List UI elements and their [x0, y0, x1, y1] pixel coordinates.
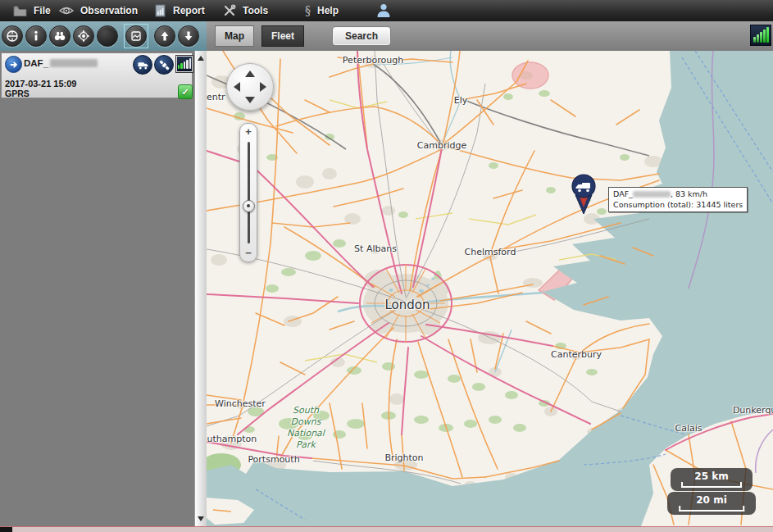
tab-fleet[interactable]: Fleet [261, 25, 304, 47]
zoom-out-button[interactable]: − [240, 248, 257, 259]
menu-file[interactable]: File [13, 0, 51, 21]
tab-fleet-label: Fleet [271, 30, 294, 42]
sidebar-scrollbar[interactable] [194, 51, 207, 526]
vehicle-timestamp: 2017-03-21 15:09 [5, 79, 76, 89]
eye-icon [59, 5, 74, 16]
vehicle-list-item[interactable]: DAF_ 2017-03-21 15:09 GPRS ✓ [1, 52, 193, 98]
connection-signal-icon [750, 25, 771, 46]
section-icon: § [305, 4, 311, 17]
tooltip-speed: , 83 km/h [671, 189, 707, 198]
toolbar-tabs: Map Fleet Search [207, 21, 773, 51]
tooltip-line-1: DAF_, 83 km/h [613, 189, 743, 200]
signal-bars-icon[interactable] [176, 56, 193, 72]
zoom-handle[interactable] [243, 200, 255, 212]
search-button-label: Search [345, 30, 378, 42]
pan-right-icon[interactable] [260, 82, 266, 92]
scale-km-bar [681, 482, 742, 488]
menubar: File Observation Report Tools § Help [0, 0, 773, 22]
tab-map-label: Map [225, 30, 244, 42]
scale-km-label: 25 km [671, 468, 753, 482]
satellite-icon[interactable] [154, 55, 174, 75]
selected-tool-box [124, 24, 148, 48]
report-icon [154, 4, 166, 17]
vehicle-name-prefix: DAF_ [24, 58, 48, 68]
scale-bar-mi: 20 mi [667, 492, 756, 515]
info-button[interactable] [25, 25, 47, 47]
truck-icon[interactable] [133, 55, 152, 75]
scale-mi-bar [679, 506, 744, 512]
pan-left-icon[interactable] [234, 82, 240, 92]
tooltip-line-2: Consumption (total): 31445 liters [613, 200, 743, 211]
menu-tools[interactable]: Tools [223, 0, 268, 21]
scroll-down-icon[interactable] [198, 516, 204, 521]
vehicle-name-redacted [50, 59, 98, 67]
menu-help-label: Help [317, 5, 339, 16]
scale-mi-label: 20 mi [667, 492, 756, 506]
arrow-down-button[interactable] [178, 25, 199, 47]
check-icon: ✓ [178, 84, 193, 99]
fleet-sidebar: DAF_ 2017-03-21 15:09 GPRS ✓ [0, 51, 207, 526]
toolbar-map-buttons [0, 21, 207, 51]
status-corner-block [0, 527, 12, 532]
menu-report-label: Report [173, 5, 205, 16]
arrow-up-button[interactable] [154, 25, 175, 47]
vehicle-tooltip: DAF_, 83 km/h Consumption (total): 31445… [608, 187, 748, 212]
locate-button[interactable] [73, 25, 94, 47]
binoculars-button[interactable] [49, 25, 70, 47]
menu-tools-label: Tools [243, 5, 268, 16]
zoom-in-button[interactable]: + [240, 126, 257, 138]
menu-report[interactable]: Report [154, 0, 205, 21]
vehicle-marker-pin[interactable] [569, 170, 598, 217]
map-sheet-button[interactable] [125, 25, 147, 47]
toolbar: Map Fleet Search [0, 21, 773, 52]
scroll-up-icon[interactable] [198, 56, 204, 61]
vehicle-network: GPRS [5, 89, 30, 98]
sphere-button[interactable] [97, 25, 118, 47]
tooltip-name-redacted [633, 191, 671, 198]
zoom-track[interactable] [248, 142, 250, 243]
menu-observation-label: Observation [80, 5, 138, 16]
map-pan-control[interactable] [226, 63, 274, 111]
map-zoom-slider[interactable]: + − [239, 123, 257, 262]
person-icon [375, 2, 392, 19]
user-menu[interactable] [375, 0, 398, 21]
menu-file-label: File [34, 5, 51, 16]
pan-down-icon[interactable] [245, 97, 255, 103]
pan-up-icon[interactable] [245, 70, 255, 77]
tools-icon [223, 4, 236, 17]
menu-help[interactable]: § Help [305, 0, 339, 21]
tab-map[interactable]: Map [215, 25, 254, 47]
map-viewport[interactable]: entr Peterborough Ely Cambridge St Alban… [207, 51, 773, 526]
vehicle-name: DAF_ [24, 58, 98, 68]
arrow-right-icon [5, 56, 22, 73]
globe-button[interactable] [2, 25, 23, 47]
folder-icon [13, 5, 27, 17]
status-strip [0, 526, 773, 532]
scale-bar-km: 25 km [671, 468, 753, 491]
application-window: File Observation Report Tools § Help [0, 0, 773, 532]
menu-observation[interactable]: Observation [59, 0, 138, 21]
tooltip-vehicle-name: DAF_ [613, 189, 633, 198]
search-button[interactable]: Search [332, 26, 391, 46]
map-svg[interactable] [207, 51, 773, 526]
